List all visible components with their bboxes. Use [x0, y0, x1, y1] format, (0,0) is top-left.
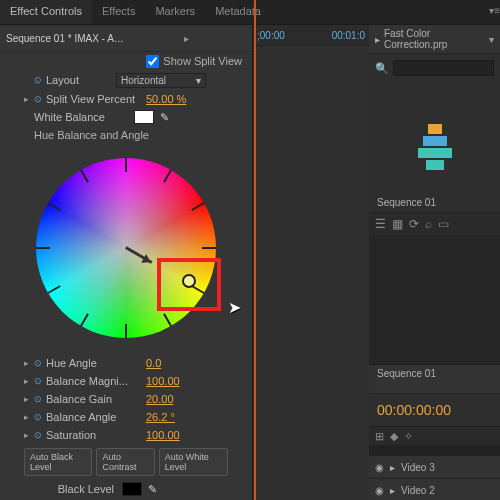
balance-magnitude-value[interactable]: 100.00: [146, 375, 180, 387]
balance-magnitude-label: Balance Magni...: [46, 375, 146, 387]
project-toolbar: ☰ ▦ ⟳ ⌕ ▭: [369, 212, 500, 235]
hue-angle-label: Hue Angle: [46, 357, 146, 369]
balance-angle-row: ▸ ⊙ Balance Angle 26.2 °: [0, 408, 252, 426]
spacer: [369, 235, 500, 364]
split-percent-value[interactable]: 50.00 %: [146, 93, 186, 105]
new-bin-icon[interactable]: ▭: [438, 217, 449, 231]
source-panel-tabs: Effect Controls Effects Markers Metadata…: [0, 0, 500, 25]
snap-icon[interactable]: ⊞: [375, 430, 384, 443]
timeline-scroll[interactable]: [369, 445, 500, 455]
auto-black-button[interactable]: Auto Black Level: [24, 448, 92, 476]
annotation-highlight-box: [157, 258, 221, 311]
project-name: Fast Color Correction.prp: [384, 28, 489, 50]
stopwatch-icon[interactable]: ⊙: [34, 94, 46, 104]
panel-menu-icon[interactable]: ▾≡: [489, 5, 500, 16]
stopwatch-icon[interactable]: ⊙: [34, 394, 46, 404]
eyedropper-icon[interactable]: ✎: [148, 483, 157, 496]
track-label: Video 3: [401, 462, 435, 473]
wrench-icon[interactable]: ✧: [404, 430, 413, 443]
white-balance-swatch[interactable]: [134, 110, 154, 124]
project-search-row: 🔍: [369, 54, 500, 82]
list-view-icon[interactable]: ☰: [375, 217, 386, 231]
tab-markers[interactable]: Markers: [145, 0, 205, 24]
right-column: ▸ Fast Color Correction.prp ▾ 🔍 Sequence…: [369, 25, 500, 500]
sequence-breadcrumb: Sequence 01 * IMAX - Africa The Serenget…: [0, 25, 252, 52]
search-input[interactable]: [393, 60, 494, 76]
saturation-row: ▸ ⊙ Saturation 100.00: [0, 426, 252, 444]
auto-white-button[interactable]: Auto White Level: [159, 448, 228, 476]
playhead-indicator[interactable]: [254, 0, 256, 500]
auto-contrast-button[interactable]: Auto Contrast: [96, 448, 154, 476]
eyedropper-icon[interactable]: ✎: [160, 111, 169, 124]
track-label: Video 2: [401, 485, 435, 496]
balance-angle-value[interactable]: 26.2 °: [146, 411, 175, 423]
dropdown-arrow-icon: ▾: [196, 75, 201, 86]
project-tab[interactable]: ▸ Fast Color Correction.prp ▾: [369, 25, 500, 54]
marker-icon[interactable]: ◆: [390, 430, 398, 443]
effect-timeline-panel: ;00:00 00:01:0: [253, 25, 369, 500]
time-end: 00:01:0: [332, 30, 365, 41]
icon-view-icon[interactable]: ▦: [392, 217, 403, 231]
layout-row: ⊙ Layout Horizontal ▾: [0, 70, 252, 90]
find-icon[interactable]: ⌕: [425, 217, 432, 231]
search-icon[interactable]: 🔍: [375, 62, 389, 75]
layout-dropdown[interactable]: Horizontal ▾: [116, 73, 206, 88]
twirl-icon[interactable]: ▸: [24, 412, 34, 422]
tab-effects[interactable]: Effects: [92, 0, 145, 24]
sequence-timeline-panel: Sequence 01 00:00:00:00 ⊞ ◆ ✧ ◉ ▸ Video …: [369, 364, 500, 500]
balance-gain-label: Balance Gain: [46, 393, 146, 405]
hue-angle-value[interactable]: 0.0: [146, 357, 161, 369]
white-balance-label: White Balance: [34, 111, 134, 123]
tab-metadata[interactable]: Metadata: [205, 0, 271, 24]
mouse-cursor-icon: ➤: [228, 298, 241, 317]
twirl-icon[interactable]: ▸: [24, 430, 34, 440]
sequence-tab[interactable]: Sequence 01: [369, 365, 500, 394]
twirl-icon[interactable]: ▸: [24, 376, 34, 386]
show-split-view-label: Show Split View: [163, 55, 242, 67]
stopwatch-icon[interactable]: ⊙: [34, 430, 46, 440]
saturation-value[interactable]: 100.00: [146, 429, 180, 441]
sequence-item-label[interactable]: Sequence 01: [377, 197, 436, 208]
project-bin-body[interactable]: Sequence 01: [369, 82, 500, 212]
twirl-icon[interactable]: ▸: [24, 358, 34, 368]
hue-balance-label: Hue Balance and Angle: [34, 129, 149, 141]
balance-gain-row: ▸ ⊙ Balance Gain 20.00: [0, 390, 252, 408]
tab-effect-controls[interactable]: Effect Controls: [0, 0, 92, 24]
black-level-row: Black Level ✎: [0, 480, 252, 498]
video-track-2[interactable]: ◉ ▸ Video 2: [369, 478, 500, 500]
saturation-label: Saturation: [46, 429, 146, 441]
balance-angle-label: Balance Angle: [46, 411, 146, 423]
split-percent-label: Split View Percent: [46, 93, 146, 105]
breadcrumb-arrow-icon[interactable]: ▸: [126, 33, 246, 44]
hue-balance-heading: Hue Balance and Angle: [0, 126, 252, 144]
toggle-track-icon[interactable]: ◉: [375, 485, 384, 496]
timeline-timecode[interactable]: 00:00:00:00: [369, 394, 500, 426]
timeline-tools: ⊞ ◆ ✧: [369, 426, 500, 445]
show-split-view-row: Show Split View: [0, 52, 252, 70]
twirl-icon[interactable]: ▸: [390, 462, 395, 473]
stopwatch-icon[interactable]: ⊙: [34, 376, 46, 386]
close-icon[interactable]: ▾: [489, 34, 494, 45]
toggle-track-icon[interactable]: ◉: [375, 462, 384, 473]
balance-gain-value[interactable]: 20.00: [146, 393, 174, 405]
balance-magnitude-row: ▸ ⊙ Balance Magni... 100.00: [0, 372, 252, 390]
timeline-ruler[interactable]: ;00:00 00:01:0: [253, 25, 369, 46]
twirl-icon[interactable]: ▸: [24, 394, 34, 404]
show-split-view-checkbox[interactable]: [146, 55, 159, 68]
automate-icon[interactable]: ⟳: [409, 217, 419, 231]
black-level-swatch[interactable]: [122, 482, 142, 496]
play-icon: ▸: [375, 34, 380, 45]
black-level-label: Black Level: [34, 483, 114, 495]
sequence-thumbnail-icon[interactable]: [417, 123, 453, 171]
auto-buttons-row: Auto Black Level Auto Contrast Auto Whit…: [0, 444, 252, 480]
stopwatch-icon[interactable]: ⊙: [34, 412, 46, 422]
stopwatch-icon[interactable]: ⊙: [34, 75, 46, 85]
effect-controls-panel: Sequence 01 * IMAX - Africa The Serenget…: [0, 25, 253, 500]
video-track-3[interactable]: ◉ ▸ Video 3: [369, 455, 500, 478]
twirl-icon[interactable]: ▸: [24, 94, 34, 104]
hue-wheel-container: ➤: [26, 148, 226, 348]
twirl-icon[interactable]: ▸: [390, 485, 395, 496]
hue-angle-row: ▸ ⊙ Hue Angle 0.0: [0, 354, 252, 372]
layout-value: Horizontal: [121, 75, 166, 86]
stopwatch-icon[interactable]: ⊙: [34, 358, 46, 368]
